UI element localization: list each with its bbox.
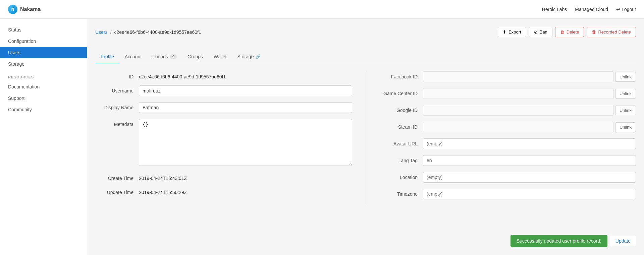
create-time-label: Create Time bbox=[95, 173, 139, 181]
sidebar-item-users[interactable]: Users bbox=[0, 47, 87, 58]
display-name-input[interactable] bbox=[139, 102, 352, 113]
metadata-label: Metadata bbox=[95, 119, 139, 127]
brand-name: Nakama bbox=[20, 6, 41, 12]
avatar-url-input[interactable] bbox=[423, 138, 636, 149]
breadcrumb-users-link[interactable]: Users bbox=[95, 29, 108, 35]
timezone-label: Timezone bbox=[379, 189, 423, 197]
google-id-wrap: Unlink bbox=[423, 105, 636, 116]
metadata-row: Metadata {} bbox=[95, 119, 352, 167]
tab-wallet[interactable]: Wallet bbox=[208, 51, 232, 63]
location-row: Location bbox=[379, 172, 636, 183]
google-id-row: Google ID Unlink bbox=[379, 105, 636, 116]
steam-id-label: Steam ID bbox=[379, 124, 423, 130]
breadcrumb-separator: / bbox=[110, 29, 112, 35]
metadata-textarea[interactable]: {} bbox=[139, 119, 352, 166]
timezone-row: Timezone bbox=[379, 189, 636, 199]
tab-groups[interactable]: Groups bbox=[182, 51, 208, 63]
facebook-id-label: Facebook ID bbox=[379, 74, 423, 79]
delete-icon: 🗑 bbox=[560, 29, 565, 35]
steam-id-wrap: Unlink bbox=[423, 122, 636, 132]
steam-id-row: Steam ID Unlink bbox=[379, 122, 636, 132]
toast-container: Successfully updated user profile record… bbox=[511, 235, 636, 247]
create-time-value: 2019-04-24T15:43:01Z bbox=[139, 173, 352, 181]
tab-storage[interactable]: Storage 🔗 bbox=[232, 51, 266, 63]
tabs: Profile Account Friends 0 Groups Wallet … bbox=[95, 51, 636, 63]
location-input[interactable] bbox=[423, 172, 636, 183]
sidebar-item-support[interactable]: Support bbox=[0, 92, 87, 104]
tab-account[interactable]: Account bbox=[119, 51, 147, 63]
google-id-label: Google ID bbox=[379, 108, 423, 113]
steam-unlink-button[interactable]: Unlink bbox=[615, 122, 636, 132]
tab-friends[interactable]: Friends 0 bbox=[147, 51, 182, 63]
main-layout: Status Configuration Users Storage RESOU… bbox=[0, 19, 644, 255]
tab-profile[interactable]: Profile bbox=[95, 51, 119, 63]
resources-section-label: RESOURCES bbox=[0, 70, 87, 81]
username-row: Username bbox=[95, 85, 352, 96]
recorded-delete-button[interactable]: 🗑 Recorded Delete bbox=[587, 27, 636, 37]
managed-cloud-link[interactable]: Managed Cloud bbox=[575, 7, 608, 12]
profile-form: ID c2ee4e66-f6b6-4400-ae9d-1d9557ae60f1 … bbox=[95, 71, 636, 205]
game-center-id-input[interactable] bbox=[423, 88, 614, 99]
export-icon: ⬆ bbox=[503, 29, 506, 35]
avatar-url-label: Avatar URL bbox=[379, 138, 423, 146]
main-content: Users / c2ee4e66-f6b6-4400-ae9d-1d9557ae… bbox=[87, 19, 644, 255]
toast-message: Successfully updated user profile record… bbox=[511, 235, 607, 247]
facebook-unlink-button[interactable]: Unlink bbox=[615, 72, 636, 82]
sidebar-item-documentation[interactable]: Documentation bbox=[0, 81, 87, 92]
username-label: Username bbox=[95, 85, 139, 93]
game-center-unlink-button[interactable]: Unlink bbox=[615, 89, 636, 99]
google-unlink-button[interactable]: Unlink bbox=[615, 106, 636, 115]
game-center-id-row: Game Center ID Unlink bbox=[379, 88, 636, 99]
ban-icon: ⊘ bbox=[534, 29, 538, 35]
friends-badge: 0 bbox=[170, 54, 177, 59]
sidebar-item-status[interactable]: Status bbox=[0, 24, 87, 36]
id-row: ID c2ee4e66-f6b6-4400-ae9d-1d9557ae60f1 bbox=[95, 71, 352, 79]
game-center-id-wrap: Unlink bbox=[423, 88, 636, 99]
facebook-id-row: Facebook ID Unlink bbox=[379, 71, 636, 82]
brand: N Nakama bbox=[8, 5, 41, 14]
heroic-labs-link[interactable]: Heroic Labs bbox=[542, 7, 567, 12]
sidebar-item-community[interactable]: Community bbox=[0, 104, 87, 115]
id-label: ID bbox=[95, 71, 139, 79]
breadcrumb: Users / c2ee4e66-f6b6-4400-ae9d-1d9557ae… bbox=[95, 29, 201, 35]
logout-link[interactable]: ↩ Logout bbox=[616, 7, 636, 12]
logout-icon: ↩ bbox=[616, 7, 620, 12]
sidebar: Status Configuration Users Storage RESOU… bbox=[0, 19, 87, 255]
steam-id-input[interactable] bbox=[423, 122, 614, 132]
ban-button[interactable]: ⊘ Ban bbox=[529, 27, 552, 37]
lang-tag-label: Lang Tag bbox=[379, 155, 423, 163]
action-buttons: ⬆ Export ⊘ Ban 🗑 Delete 🗑 Recorded Delet… bbox=[498, 27, 636, 37]
form-right: Facebook ID Unlink Game Center ID Unlink… bbox=[366, 71, 636, 205]
timezone-input[interactable] bbox=[423, 189, 636, 199]
avatar-url-row: Avatar URL bbox=[379, 138, 636, 149]
update-time-value: 2019-04-24T15:50:29Z bbox=[139, 187, 352, 195]
sidebar-item-storage[interactable]: Storage bbox=[0, 58, 87, 70]
lang-tag-input[interactable] bbox=[423, 155, 636, 166]
display-name-row: Display Name bbox=[95, 102, 352, 113]
display-name-label: Display Name bbox=[95, 102, 139, 110]
username-input[interactable] bbox=[139, 85, 352, 96]
brand-icon: N bbox=[8, 5, 17, 14]
delete-button[interactable]: 🗑 Delete bbox=[555, 27, 584, 37]
topnav-links: Heroic Labs Managed Cloud ↩ Logout bbox=[542, 7, 636, 12]
top-navigation: N Nakama Heroic Labs Managed Cloud ↩ Log… bbox=[0, 0, 644, 19]
facebook-id-wrap: Unlink bbox=[423, 71, 636, 82]
google-id-input[interactable] bbox=[423, 105, 614, 116]
form-left: ID c2ee4e66-f6b6-4400-ae9d-1d9557ae60f1 … bbox=[95, 71, 366, 205]
location-label: Location bbox=[379, 172, 423, 180]
page-header: Users / c2ee4e66-f6b6-4400-ae9d-1d9557ae… bbox=[95, 27, 636, 44]
lang-tag-row: Lang Tag bbox=[379, 155, 636, 166]
recorded-delete-icon: 🗑 bbox=[592, 29, 596, 35]
game-center-id-label: Game Center ID bbox=[379, 91, 423, 96]
storage-link-icon: 🔗 bbox=[256, 54, 261, 59]
update-time-label: Update Time bbox=[95, 187, 139, 195]
create-time-row: Create Time 2019-04-24T15:43:01Z bbox=[95, 173, 352, 181]
id-value: c2ee4e66-f6b6-4400-ae9d-1d9557ae60f1 bbox=[139, 71, 352, 79]
update-time-row: Update Time 2019-04-24T15:50:29Z bbox=[95, 187, 352, 195]
sidebar-item-configuration[interactable]: Configuration bbox=[0, 36, 87, 47]
breadcrumb-current: c2ee4e66-f6b6-4400-ae9d-1d9557ae60f1 bbox=[114, 29, 201, 35]
facebook-id-input[interactable] bbox=[423, 71, 614, 82]
export-button[interactable]: ⬆ Export bbox=[498, 27, 526, 37]
update-button[interactable]: Update bbox=[610, 236, 636, 246]
